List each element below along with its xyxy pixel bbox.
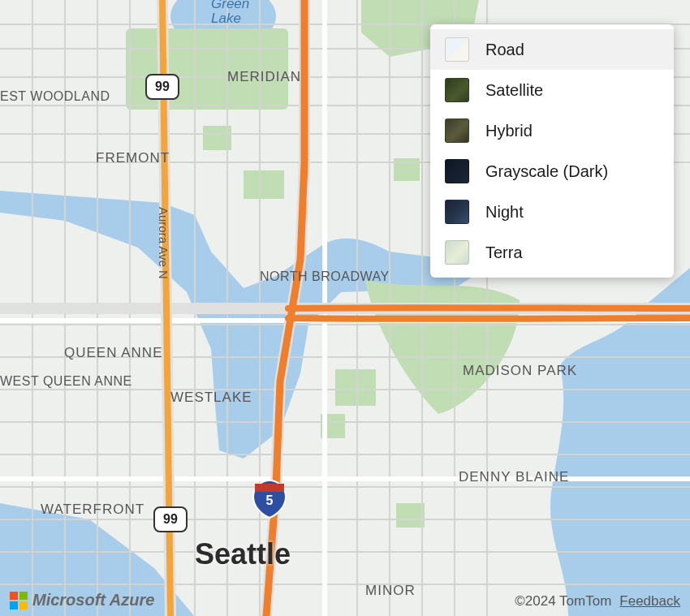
street-label-aurora: Aurora Ave N	[157, 207, 170, 279]
brand-label: Microsoft Azure	[32, 591, 154, 610]
hood-denny-blaine: DENNY BLAINE	[459, 469, 569, 485]
map-viewport[interactable]: 99 99 5 Seattle GreenLake MERIDIAN EST W…	[0, 0, 690, 616]
style-option-night[interactable]: Night	[430, 192, 674, 232]
map-tile-icon	[445, 200, 469, 224]
copyright-attribution: ©2024 TomTom Feedback	[515, 593, 680, 610]
style-option-satellite[interactable]: Satellite	[430, 70, 674, 110]
hood-meridian: MERIDIAN	[227, 69, 301, 84]
hood-westlake: WESTLAKE	[170, 390, 252, 405]
map-tile-icon	[445, 118, 469, 143]
style-option-label: Grayscale (Dark)	[485, 162, 608, 181]
hood-est-woodland: EST WOODLAND	[0, 89, 110, 103]
hood-waterfront: WATERFRONT	[41, 502, 144, 517]
copyright-text: ©2024 TomTom	[515, 593, 611, 610]
hood-fremont: FREMONT	[96, 150, 170, 166]
hood-north-broadway: NORTH BROADWAY	[260, 269, 390, 283]
hood-west-queen-anne: WEST QUEEN ANNE	[0, 374, 132, 388]
style-option-label: Night	[485, 203, 524, 222]
microsoft-icon	[10, 592, 28, 610]
route-shield-sr99-bottom: 99	[154, 507, 187, 532]
svg-text:99: 99	[155, 80, 170, 93]
map-tile-icon	[445, 78, 469, 102]
map-tile-icon	[445, 159, 469, 183]
style-option-grayscale-dark[interactable]: Grayscale (Dark)	[430, 151, 674, 192]
feedback-link[interactable]: Feedback	[619, 593, 680, 610]
svg-rect-7	[396, 503, 425, 528]
hood-madison-park: MADISON PARK	[463, 363, 577, 378]
style-option-terra[interactable]: Terra	[430, 232, 674, 273]
city-label: Seattle	[195, 537, 291, 571]
svg-text:99: 99	[163, 512, 178, 526]
brand-attribution: Microsoft Azure	[10, 591, 154, 610]
route-shield-sr99-top: 99	[146, 75, 179, 99]
style-option-road[interactable]: Road	[430, 29, 674, 70]
hood-queen-anne: QUEEN ANNE	[64, 345, 162, 360]
style-option-label: Hybrid	[485, 122, 533, 140]
svg-text:5: 5	[266, 493, 274, 507]
style-option-label: Terra	[485, 243, 523, 262]
map-tile-icon	[445, 37, 469, 62]
style-option-label: Satellite	[485, 81, 543, 100]
style-option-hybrid[interactable]: Hybrid	[430, 110, 674, 151]
hood-minor: MINOR	[365, 583, 416, 598]
svg-rect-3	[244, 170, 284, 199]
map-tile-icon	[445, 240, 469, 265]
style-option-label: Road	[485, 41, 524, 59]
svg-rect-5	[335, 369, 376, 406]
map-style-picker[interactable]: Road Satellite Hybrid Grayscale (Dark) N…	[430, 24, 674, 278]
